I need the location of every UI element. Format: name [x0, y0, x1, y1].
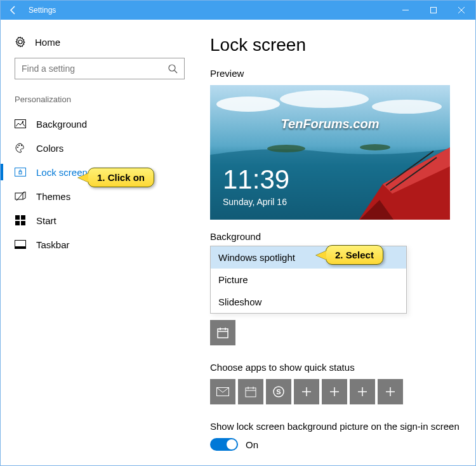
taskbar-icon [15, 239, 26, 250]
preview-label: Preview [210, 68, 460, 79]
quick-status-skype-tile[interactable]: S [266, 379, 291, 404]
plus-icon [385, 387, 395, 397]
sidebar-item-start[interactable]: Start [1, 208, 199, 232]
svg-rect-10 [19, 171, 22, 174]
svg-point-20 [280, 90, 369, 108]
dropdown-option-picture[interactable]: Picture [211, 269, 406, 291]
svg-rect-9 [15, 168, 26, 176]
sidebar-item-themes[interactable]: Themes [1, 184, 199, 208]
svg-rect-29 [218, 329, 228, 338]
plus-icon [357, 387, 367, 397]
svg-rect-13 [21, 215, 25, 220]
sidebar-item-label: Start [36, 215, 56, 226]
lock-screen-preview[interactable]: TenForums.com 11:39 Sunday, April 16 [210, 85, 450, 220]
page-title: Lock screen [210, 35, 460, 55]
plus-icon [329, 387, 340, 397]
background-label: Background [210, 231, 460, 242]
preview-time: 11:39 [223, 166, 289, 193]
quick-status-calendar-tile[interactable] [238, 379, 263, 404]
svg-rect-4 [15, 120, 26, 128]
svg-line-3 [175, 70, 177, 73]
svg-point-6 [17, 147, 18, 148]
svg-text:S: S [276, 388, 281, 396]
svg-point-19 [216, 97, 280, 112]
palette-icon [15, 142, 26, 154]
themes-icon [15, 190, 26, 202]
picture-icon [15, 118, 26, 130]
quick-status-label: Choose apps to show quick status [210, 362, 460, 373]
svg-point-22 [267, 145, 305, 152]
sidebar: Home Personalization Background Colors [1, 20, 199, 465]
svg-point-2 [169, 65, 175, 71]
plus-icon [301, 387, 312, 397]
callout-text: 2. Select [326, 245, 383, 265]
signin-toggle-label: Show lock screen background picture on t… [210, 421, 460, 432]
sidebar-item-taskbar[interactable]: Taskbar [1, 232, 199, 256]
sidebar-item-label: Themes [36, 191, 70, 202]
svg-point-5 [22, 121, 23, 123]
skype-icon: S [272, 385, 285, 398]
calendar-icon [245, 386, 256, 397]
window-title: Settings [26, 6, 392, 15]
back-button[interactable] [1, 1, 26, 20]
sidebar-section-label: Personalization [1, 91, 199, 112]
sidebar-item-background[interactable]: Background [1, 112, 199, 136]
detailed-status-app-tile[interactable] [210, 320, 235, 345]
watermark-text: TenForums.com [210, 117, 450, 131]
close-button[interactable] [447, 1, 475, 20]
calendar-icon [216, 326, 229, 339]
quick-status-add-tile[interactable] [322, 379, 347, 404]
toggle-state-label: On [246, 439, 258, 450]
search-icon [168, 63, 178, 74]
svg-rect-17 [15, 246, 26, 249]
minimize-button[interactable] [392, 1, 420, 20]
callout-select: 2. Select [316, 245, 383, 265]
home-label: Home [35, 37, 60, 48]
callout-click-on: 1. Click on [78, 168, 154, 187]
home-button[interactable]: Home [1, 32, 199, 58]
quick-status-add-tile[interactable] [350, 379, 375, 404]
svg-rect-14 [15, 221, 20, 225]
maximize-button[interactable] [420, 1, 447, 20]
sidebar-item-label: Taskbar [36, 239, 70, 250]
titlebar: Settings [1, 1, 475, 20]
svg-rect-15 [21, 221, 25, 225]
svg-rect-1 [431, 8, 437, 13]
sidebar-item-label: Background [36, 119, 87, 130]
airplane-wing [357, 146, 450, 220]
search-input[interactable] [22, 63, 168, 74]
quick-status-add-tile[interactable] [294, 379, 319, 404]
sidebar-item-label: Colors [36, 143, 63, 154]
main-content: Lock screen Preview [199, 20, 475, 465]
lock-screen-icon [15, 166, 26, 178]
signin-picture-toggle[interactable] [210, 438, 238, 451]
quick-status-mail-tile[interactable] [210, 379, 235, 404]
svg-rect-34 [246, 388, 256, 397]
svg-rect-11 [15, 193, 23, 199]
start-icon [15, 215, 26, 226]
svg-point-8 [21, 145, 22, 146]
svg-point-7 [18, 145, 20, 146]
gear-icon [15, 36, 26, 48]
preview-date: Sunday, April 16 [223, 197, 289, 207]
svg-rect-12 [15, 215, 20, 220]
quick-status-add-tile[interactable] [378, 379, 403, 404]
search-box[interactable] [15, 58, 185, 79]
dropdown-option-slideshow[interactable]: Slideshow [211, 291, 406, 313]
sidebar-item-colors[interactable]: Colors [1, 136, 199, 160]
mail-icon [216, 387, 229, 396]
callout-text: 1. Click on [88, 168, 154, 187]
svg-point-21 [372, 100, 442, 114]
